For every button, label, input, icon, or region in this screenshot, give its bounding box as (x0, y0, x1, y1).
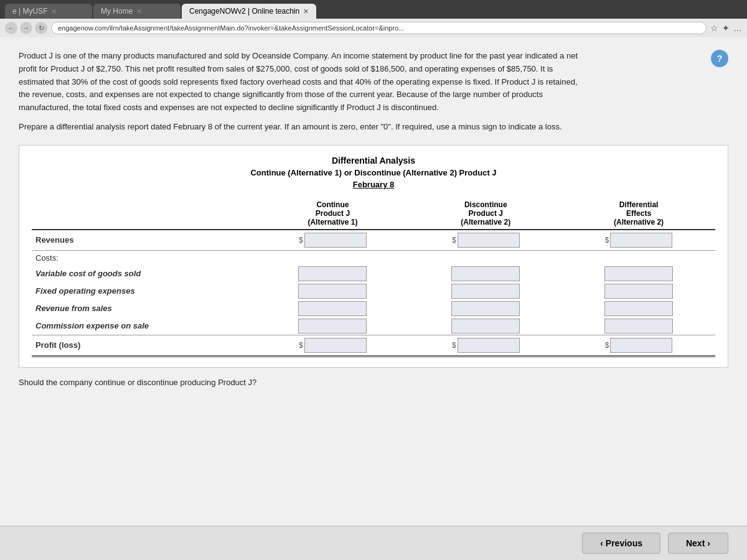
commission-col1-cell (256, 317, 410, 335)
fixed-col1-cell (256, 282, 410, 300)
analysis-container: Differential Analysis Continue (Alternat… (19, 145, 728, 368)
next-button[interactable]: Next › (668, 533, 728, 554)
tab-cengage[interactable]: CengageNOWv2 | Online teachin ✕ (182, 4, 316, 19)
commission-col2-cell (409, 317, 562, 335)
profit-col2-input[interactable] (458, 338, 520, 353)
close-icon[interactable]: ✕ (303, 7, 309, 16)
star-icon[interactable]: ✦ (722, 23, 730, 33)
commission-col3-input[interactable] (604, 319, 673, 334)
fixed-col3-cell (562, 282, 715, 300)
revenues-col3-cell: $ (562, 230, 715, 251)
close-icon[interactable]: ✕ (51, 7, 57, 16)
revsales-col3-cell (562, 300, 715, 317)
tab-myusf[interactable]: e | MyUSF ✕ (5, 4, 92, 19)
variable-col1-input[interactable] (298, 266, 367, 281)
browser-chrome: e | MyUSF ✕ My Home ✕ CengageNOWv2 | Onl… (0, 0, 747, 37)
address-input[interactable]: engagenow.com/ilrn/takeAssignment/takeAs… (51, 22, 707, 34)
analysis-subtitle: Continue (Alternative 1) or Discontinue … (32, 168, 715, 177)
fixed-col1-input[interactable] (298, 284, 367, 299)
profit-col1-cell: $ (256, 335, 410, 356)
page-content: ? Product J is one of the many products … (0, 37, 747, 554)
col1-header: Continue Product J (Alternative 1) (256, 198, 410, 230)
profit-col1-wrapper: $ (260, 338, 406, 353)
table-row: Costs: (32, 250, 715, 265)
chevron-right-icon: › (707, 538, 710, 548)
currency-sign: $ (605, 236, 609, 245)
browser-actions: ☆ ✦ … (710, 23, 742, 33)
table-row: Revenue from sales (32, 300, 715, 317)
menu-icon[interactable]: … (733, 23, 742, 33)
tab-label: My Home (101, 7, 133, 16)
revsales-col1-cell (256, 300, 410, 317)
address-bar-row: ← → ↻ engagenow.com/ilrn/takeAssignment/… (0, 19, 747, 37)
profit-col3-input[interactable] (610, 338, 672, 353)
revenue-sales-label: Revenue from sales (32, 300, 256, 317)
profit-col3-wrapper: $ (566, 338, 712, 353)
variable-col3-cell (562, 265, 715, 282)
tab-label: e | MyUSF (12, 7, 47, 16)
forward-button[interactable]: → (20, 22, 32, 34)
problem-description: Product J is one of the many products ma… (19, 50, 579, 134)
table-row: Commission expense on sale (32, 317, 715, 335)
label-col-header (32, 198, 256, 230)
commission-col2-input[interactable] (451, 319, 520, 334)
fixed-col2-input[interactable] (451, 284, 520, 299)
nav-icons: ← → ↻ (5, 22, 47, 34)
profit-col3-cell: $ (562, 335, 715, 356)
revsales-col3-input[interactable] (604, 301, 673, 316)
commission-col3-cell (562, 317, 715, 335)
fixed-col3-input[interactable] (604, 284, 673, 299)
chevron-left-icon: ‹ (600, 538, 603, 548)
problem-text-1: Product J is one of the many products ma… (19, 50, 579, 114)
table-row: Profit (loss) $ $ (32, 335, 715, 356)
table-row: Revenues $ $ (32, 230, 715, 251)
profit-col2-wrapper: $ (413, 338, 558, 353)
variable-col1-cell (256, 265, 410, 282)
currency-sign: $ (605, 341, 609, 350)
nav-footer: ‹ Previous Next › (0, 526, 747, 560)
currency-sign: $ (299, 341, 303, 350)
revsales-col2-cell (409, 300, 562, 317)
revenues-col2-input[interactable] (458, 233, 520, 248)
table-row: Fixed operating expenses (32, 282, 715, 300)
revenues-col3-input[interactable] (610, 233, 672, 248)
analysis-title: Differential Analysis (32, 156, 715, 166)
commission-label: Commission expense on sale (32, 317, 256, 335)
variable-col3-input[interactable] (604, 266, 673, 281)
col2-header: Discontinue Product J (Alternative 2) (409, 198, 562, 230)
profit-col2-cell: $ (409, 335, 562, 356)
fixed-col2-cell (409, 282, 562, 300)
currency-sign: $ (452, 341, 456, 350)
tab-myhome[interactable]: My Home ✕ (93, 4, 181, 19)
commission-col1-input[interactable] (298, 319, 367, 334)
revenues-col2-cell: $ (409, 230, 562, 251)
bookmark-icon[interactable]: ☆ (710, 23, 718, 33)
problem-text-2: Prepare a differential analysis report d… (19, 121, 579, 134)
footer-question: Should the company continue or discontin… (19, 378, 728, 387)
costs-header-label: Costs: (32, 250, 256, 265)
bottom-spacer (19, 387, 728, 424)
variable-col2-input[interactable] (451, 266, 520, 281)
revenues-col1-input[interactable] (304, 233, 367, 248)
close-icon[interactable]: ✕ (136, 7, 142, 16)
analysis-date: February 8 (32, 180, 715, 189)
tab-label: CengageNOWv2 | Online teachin (189, 7, 299, 16)
help-button[interactable]: ? (711, 50, 728, 67)
revsales-col1-input[interactable] (298, 301, 367, 316)
currency-sign: $ (299, 236, 303, 245)
table-row: Variable cost of goods sold (32, 265, 715, 282)
analysis-table: Continue Product J (Alternative 1) Disco… (32, 198, 715, 357)
revsales-col2-input[interactable] (451, 301, 520, 316)
refresh-button[interactable]: ↻ (35, 22, 47, 34)
previous-button[interactable]: ‹ Previous (582, 533, 660, 554)
col3-header: Differential Effects (Alternative 2) (562, 198, 715, 230)
back-button[interactable]: ← (5, 22, 17, 34)
profit-col1-input[interactable] (304, 338, 367, 353)
revenues-col3-wrapper: $ (566, 233, 712, 248)
currency-sign: $ (452, 236, 456, 245)
revenues-label: Revenues (32, 230, 256, 251)
profit-label: Profit (loss) (32, 335, 256, 356)
revenues-col1-cell: $ (256, 230, 410, 251)
table-header-row: Continue Product J (Alternative 1) Disco… (32, 198, 715, 230)
variable-col2-cell (409, 265, 562, 282)
